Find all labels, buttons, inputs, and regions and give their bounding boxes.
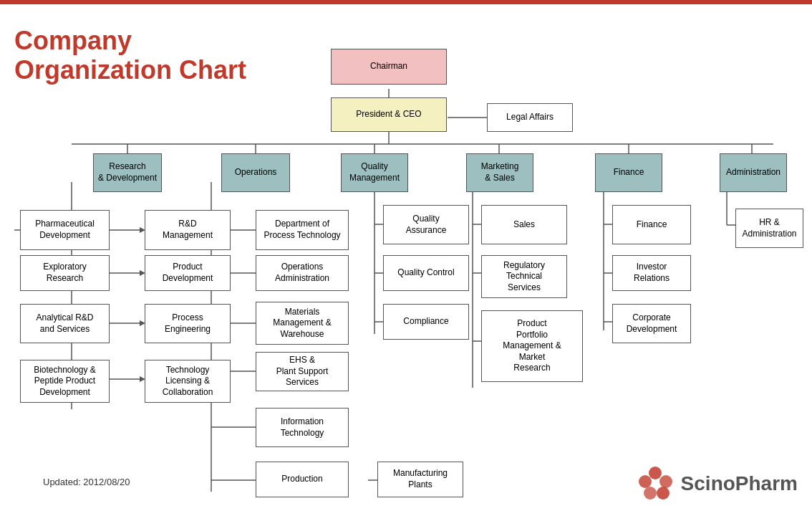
svg-point-49 (657, 487, 670, 500)
svg-point-47 (649, 467, 662, 479)
process-eng-box: Process Engineering (145, 304, 231, 343)
chairman-box: Chairman (331, 49, 447, 85)
rd-box: Research & Development (93, 153, 162, 192)
reg-tech-box: Regulatory Technical Services (481, 255, 567, 298)
legal-box: Legal Affairs (487, 103, 573, 132)
operations-box: Operations (221, 153, 290, 192)
analytical-box: Analytical R&D and Services (20, 304, 110, 343)
logo-icon (636, 466, 675, 502)
finance-top-box: Finance (595, 153, 662, 192)
corp-dev-box: Corporate Development (612, 304, 691, 343)
pharma-dev-box: Pharmaceutical Development (20, 210, 110, 250)
svg-point-50 (644, 487, 657, 500)
compliance-box: Compliance (383, 304, 469, 340)
slide: Company Organization Chart (0, 0, 812, 516)
tech-lic-box: Technology Licensing & Collaboration (145, 360, 231, 403)
investor-box: Investor Relations (612, 255, 691, 291)
marketing-box: Marketing & Sales (466, 153, 533, 192)
page-title: Company Organization Chart (14, 26, 246, 85)
product-portfolio-box: Product Portfolio Management & Market Re… (481, 310, 583, 382)
materials-box: Materials Management & Warehouse (256, 302, 349, 345)
finance-sub-box: Finance (612, 205, 691, 244)
president-box: President & CEO (331, 97, 447, 132)
quality-mgmt-box: Quality Management (341, 153, 408, 192)
sales-box: Sales (481, 205, 567, 244)
mfg-plants-box: Manufacturing Plants (377, 462, 463, 497)
admin-box: Administration (720, 153, 787, 192)
hr-admin-box: HR & Administration (735, 209, 803, 248)
updated-label: Updated: 2012/08/20 (43, 477, 130, 487)
svg-point-51 (639, 475, 652, 488)
quality-assur-box: Quality Assurance (383, 205, 469, 244)
product-dev-box: Product Development (145, 255, 231, 291)
company-logo: ScinoPharm (636, 466, 798, 502)
ops-admin-box: Operations Administration (256, 255, 349, 291)
exploratory-box: Exploratory Research (20, 255, 110, 291)
quality-ctrl-box: Quality Control (383, 255, 469, 291)
biotech-box: Biotechnology & Peptide Product Developm… (20, 360, 110, 403)
dept-process-box: Department of Process Technology (256, 210, 349, 250)
ehs-box: EHS & Plant Support Services (256, 352, 349, 391)
production-box: Production (256, 462, 349, 497)
svg-point-48 (659, 475, 672, 488)
info-tech-box: Information Technology (256, 408, 349, 447)
rd-mgmt-box: R&D Management (145, 210, 231, 250)
logo-text: ScinoPharm (681, 472, 798, 495)
